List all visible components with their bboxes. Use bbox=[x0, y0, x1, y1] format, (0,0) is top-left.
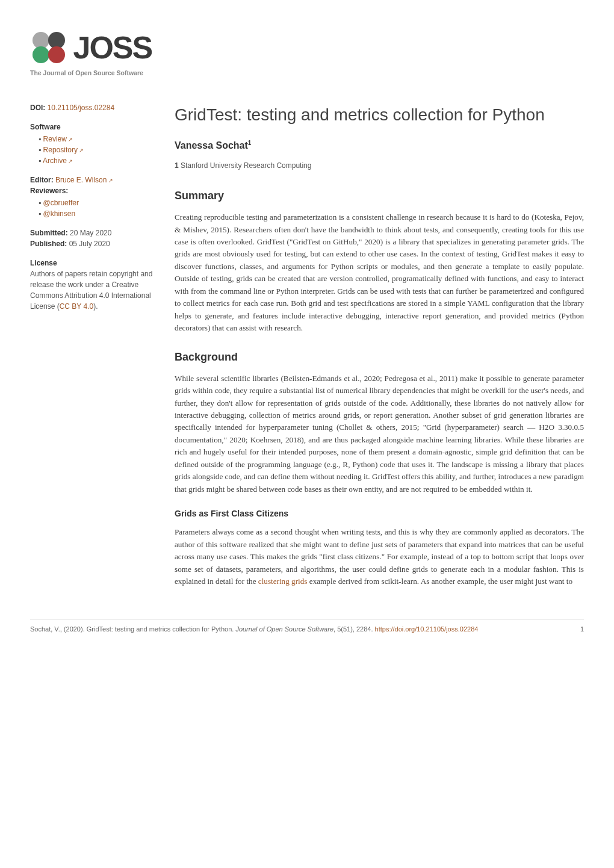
svg-point-2 bbox=[33, 46, 49, 63]
editor-block: Editor: Bruce E. Wilson bbox=[30, 175, 157, 185]
reviewers-list: @cbrueffer @khinsen bbox=[39, 197, 157, 219]
software-item-review: Review bbox=[39, 134, 157, 144]
footer-citation: Sochat, V., (2020). GridTest: testing an… bbox=[30, 624, 478, 634]
dates-block: Submitted: 20 May 2020 Published: 05 Jul… bbox=[30, 228, 157, 249]
archive-link[interactable]: Archive bbox=[43, 157, 73, 165]
footer-doi-link[interactable]: https://doi.org/10.21105/joss.02284 bbox=[375, 625, 479, 633]
software-header: Software bbox=[30, 122, 157, 132]
grids-subheading: Grids as First Class Citizens bbox=[175, 507, 584, 520]
license-text: Authors of papers retain copyright and r… bbox=[30, 268, 157, 312]
footer-citation-suffix: , 5(51), 2284. bbox=[333, 625, 375, 633]
logo-block: JOSS The Journal of Open Source Software bbox=[30, 24, 584, 78]
doi-link[interactable]: 10.21105/joss.02284 bbox=[48, 104, 114, 112]
svg-point-1 bbox=[48, 32, 65, 49]
software-item-archive: Archive bbox=[39, 155, 157, 166]
published-date: 05 July 2020 bbox=[69, 240, 110, 248]
reviewer-link[interactable]: @cbrueffer bbox=[43, 199, 79, 207]
doi-label: DOI: bbox=[30, 104, 45, 112]
logo-text: JOSS bbox=[73, 24, 152, 71]
license-link[interactable]: CC BY 4.0 bbox=[60, 302, 93, 311]
grids-paragraph: Parameters always come as a second thoug… bbox=[175, 526, 584, 587]
background-heading: Background bbox=[175, 349, 584, 365]
reviewer-link[interactable]: @khinsen bbox=[43, 209, 76, 218]
affiliation-num: 1 bbox=[175, 161, 179, 170]
svg-point-3 bbox=[48, 46, 65, 63]
summary-paragraph: Creating reproducible testing and parame… bbox=[175, 211, 584, 335]
paper-title: GridTest: testing and metrics collection… bbox=[175, 102, 584, 128]
grids-text-2: example derived from scikit-learn. As an… bbox=[307, 577, 572, 586]
author-name: Vanessa Sochat bbox=[175, 140, 248, 150]
footer: Sochat, V., (2020). GridTest: testing an… bbox=[30, 619, 584, 634]
license-block: License Authors of papers retain copyrig… bbox=[30, 258, 157, 312]
software-item-repository: Repository bbox=[39, 144, 157, 155]
sidebar: DOI: 10.21105/joss.02284 Software Review… bbox=[30, 102, 157, 595]
submitted-label: Submitted: bbox=[30, 229, 68, 237]
affiliation-text: Stanford University Research Computing bbox=[181, 161, 311, 170]
summary-heading: Summary bbox=[175, 188, 584, 204]
software-list: Review Repository Archive bbox=[39, 134, 157, 166]
submitted-line: Submitted: 20 May 2020 bbox=[30, 228, 157, 238]
page-number: 1 bbox=[580, 624, 584, 634]
footer-citation-prefix: Sochat, V., (2020). GridTest: testing an… bbox=[30, 625, 235, 633]
review-link[interactable]: Review bbox=[43, 135, 73, 143]
svg-point-0 bbox=[33, 32, 49, 49]
logo-tagline: The Journal of Open Source Software bbox=[30, 69, 584, 78]
repository-link[interactable]: Repository bbox=[43, 146, 84, 154]
affiliation-line: 1 Stanford University Research Computing bbox=[175, 160, 584, 171]
published-line: Published: 05 July 2020 bbox=[30, 238, 157, 249]
author-affil-sup: 1 bbox=[248, 140, 252, 146]
license-label: License bbox=[30, 259, 57, 267]
clustering-grids-link[interactable]: clustering grids bbox=[258, 577, 308, 586]
reviewer-item: @cbrueffer bbox=[39, 197, 157, 208]
joss-logo-icon bbox=[30, 28, 69, 67]
reviewer-item: @khinsen bbox=[39, 208, 157, 219]
published-label: Published: bbox=[30, 240, 67, 248]
license-text-2: ). bbox=[93, 302, 98, 311]
reviewers-label: Reviewers: bbox=[30, 187, 68, 195]
doi-line: DOI: 10.21105/joss.02284 bbox=[30, 102, 157, 113]
footer-journal: Journal of Open Source Software bbox=[235, 625, 333, 633]
editor-link[interactable]: Bruce E. Wilson bbox=[55, 176, 113, 184]
background-paragraph: While several scientific libraries (Beil… bbox=[175, 373, 584, 496]
submitted-date: 20 May 2020 bbox=[70, 229, 111, 237]
reviewers-block: Reviewers: bbox=[30, 185, 157, 196]
author-line: Vanessa Sochat1 bbox=[175, 138, 584, 153]
editor-label: Editor: bbox=[30, 176, 54, 184]
main-content: GridTest: testing and metrics collection… bbox=[175, 102, 584, 595]
